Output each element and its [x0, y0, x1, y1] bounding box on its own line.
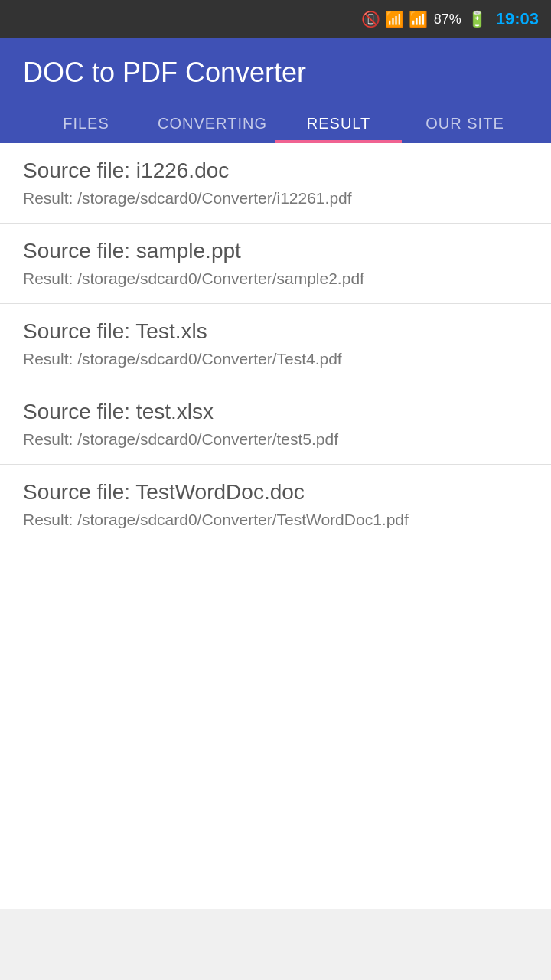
status-icons: 📵 📶 📶 — [361, 10, 428, 28]
app-title: DOC to PDF Converter — [23, 57, 528, 104]
result-item-3: Source file: test.xlsx Result: /storage/… — [0, 384, 551, 465]
result-item-0: Source file: i1226.doc Result: /storage/… — [0, 143, 551, 224]
phone-icon: 📵 — [361, 10, 380, 28]
wifi-icon: 📶 — [385, 10, 404, 28]
result-item-2: Source file: Test.xls Result: /storage/s… — [0, 304, 551, 384]
result-path-1: Result: /storage/sdcard0/Converter/sampl… — [23, 270, 528, 288]
tab-converting[interactable]: CONVERTING — [149, 104, 276, 143]
content-area: Source file: i1226.doc Result: /storage/… — [0, 143, 551, 909]
source-file-0: Source file: i1226.doc — [23, 158, 528, 183]
tabs-container: FILES CONVERTING RESULT OUR SITE — [23, 104, 528, 143]
tab-our-site[interactable]: OUR SITE — [402, 104, 528, 143]
source-file-2: Source file: Test.xls — [23, 319, 528, 344]
tab-result[interactable]: RESULT — [276, 104, 402, 143]
app-bar: DOC to PDF Converter FILES CONVERTING RE… — [0, 38, 551, 143]
result-path-2: Result: /storage/sdcard0/Converter/Test4… — [23, 350, 528, 368]
tab-files[interactable]: FILES — [23, 104, 149, 143]
result-item-1: Source file: sample.ppt Result: /storage… — [0, 224, 551, 304]
result-path-4: Result: /storage/sdcard0/Converter/TestW… — [23, 511, 528, 529]
source-file-1: Source file: sample.ppt — [23, 239, 528, 263]
result-path-3: Result: /storage/sdcard0/Converter/test5… — [23, 430, 528, 449]
signal-icon: 📶 — [409, 10, 428, 28]
status-bar: 📵 📶 📶 87% 🔋 19:03 — [0, 0, 551, 38]
result-path-0: Result: /storage/sdcard0/Converter/i1226… — [23, 189, 528, 207]
battery-status: 87% — [434, 11, 461, 28]
source-file-4: Source file: TestWordDoc.doc — [23, 480, 528, 505]
battery-icon: 🔋 — [468, 10, 487, 28]
result-item-4: Source file: TestWordDoc.doc Result: /st… — [0, 465, 551, 544]
clock: 19:03 — [496, 9, 539, 29]
source-file-3: Source file: test.xlsx — [23, 400, 528, 424]
